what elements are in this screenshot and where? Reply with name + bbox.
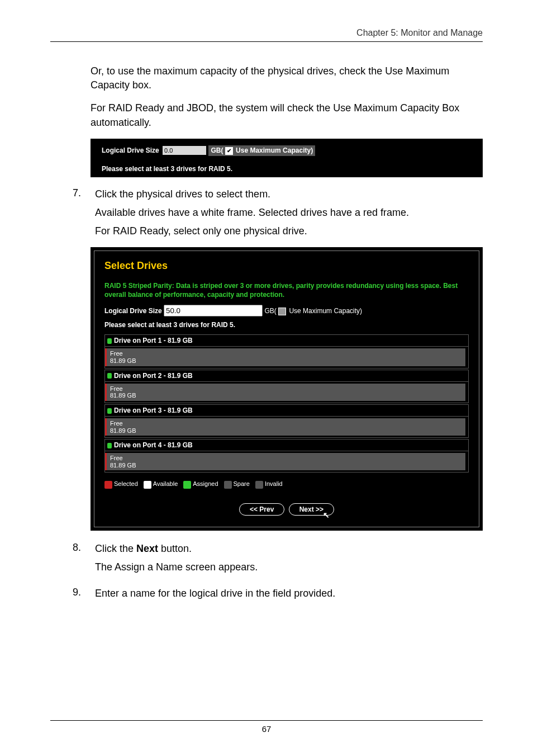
drive-free-size: 81.89 GB [110,427,462,434]
drive-free-size: 81.89 GB [110,462,462,469]
logical-drive-size-label: Logical Drive Size [102,146,159,154]
step-7-line-2: Available drives have a white frame. Sel… [95,206,483,220]
select-drives-title: Select Drives [104,260,469,272]
step-7-line-1: Click the physical drives to select them… [95,187,483,201]
screenshot-logical-drive-size: Logical Drive Size GB( ✔ Use Maximum Cap… [91,139,483,177]
next-button[interactable]: Next >> ↖ [289,503,334,516]
drive-icon [107,443,112,448]
drive-row[interactable]: Free 81.89 GB [104,347,469,368]
use-max-capacity-checkbox[interactable]: ✔ [225,147,233,155]
gb-unit-label-2: GB( [264,307,276,315]
raid5-min-drives-hint: Please select at least 3 drives for RAID… [102,165,479,173]
drive-free-size: 81.89 GB [110,357,462,365]
use-max-capacity-label-2: Use Maximum Capacity) [289,307,362,315]
drive-legend: Selected Available Assigned Spare Invali… [104,480,469,488]
drive-row[interactable]: Free 81.89 GB [104,417,469,438]
gb-unit-label: GB( [211,147,223,154]
legend-label-assigned: Assigned [193,480,218,487]
step-9-number: 9. [73,587,95,605]
drive-free-label: Free [110,350,462,357]
drive-icon [107,408,112,414]
drive-row[interactable]: Free 81.89 GB [104,451,469,472]
step-8-text-c: button. [158,543,192,554]
running-header: Chapter 5: Monitor and Manage [50,28,483,42]
legend-swatch-assigned [183,481,191,489]
drive-row[interactable]: Free 81.89 GB [104,382,469,403]
drive-head: Drive on Port 1 - 81.9 GB [104,334,469,347]
raid5-min-drives-hint-2: Please select at least 3 drives for RAID… [104,321,469,329]
page-footer: 67 [50,720,483,734]
step-7-number: 7. [73,187,95,243]
step-8-line-2: The Assign a Name screen appears. [95,560,483,574]
cursor-icon: ↖ [323,511,330,519]
logical-drive-size-label-2: Logical Drive Size [104,307,162,315]
drive-head-label: Drive on Port 1 - 81.9 GB [114,337,193,344]
next-button-label: Next >> [299,505,323,513]
legend-swatch-available [144,481,151,489]
drive-free-label: Free [110,385,462,393]
drive-head-label: Drive on Port 2 - 81.9 GB [114,372,193,380]
drive-head: Drive on Port 4 - 81.9 GB [104,439,469,451]
legend-swatch-invalid [255,481,263,489]
prev-button[interactable]: << Prev [239,503,284,516]
step-8-number: 8. [73,542,95,579]
step-9-line-1: Enter a name for the logical drive in th… [95,587,483,601]
legend-label-spare: Spare [234,480,250,487]
step-8-text-a: Click the [95,543,136,554]
screenshot-select-drives: Select Drives RAID 5 Striped Parity: Dat… [91,247,483,530]
use-max-capacity-label: Use Maximum Capacity) [236,147,313,154]
legend-label-invalid: Invalid [265,480,283,487]
legend-swatch-selected [104,481,112,489]
drive-list: Drive on Port 1 - 81.9 GB Free 81.89 GB … [104,334,469,472]
raid5-description: RAID 5 Striped Parity: Data is striped o… [104,282,469,299]
step-8-text-bold: Next [136,543,158,554]
drive-icon [107,338,112,344]
drive-head: Drive on Port 3 - 81.9 GB [104,404,469,417]
legend-label-selected: Selected [114,480,138,487]
drive-head-label: Drive on Port 4 - 81.9 GB [114,441,193,449]
drive-icon [107,373,112,379]
intro-paragraph-2: For RAID Ready and JBOD, the system will… [91,101,477,129]
drive-head: Drive on Port 2 - 81.9 GB [104,370,469,382]
step-7-line-3: For RAID Ready, select only one physical… [95,224,483,238]
legend-swatch-spare [224,481,232,489]
use-max-capacity-checkbox-2[interactable]: ✔ [278,308,286,315]
drive-free-label: Free [110,455,462,462]
legend-label-available: Available [153,480,178,487]
logical-drive-size-input[interactable] [162,145,207,155]
drive-free-label: Free [110,420,462,427]
step-8-line-1: Click the Next button. [95,542,483,556]
page-number: 67 [262,724,272,734]
logical-drive-size-input-2[interactable] [164,305,263,316]
drive-free-size: 81.89 GB [110,392,462,399]
drive-head-label: Drive on Port 3 - 81.9 GB [114,407,193,414]
intro-paragraph-1: Or, to use the maximum capacity of the p… [91,64,477,92]
